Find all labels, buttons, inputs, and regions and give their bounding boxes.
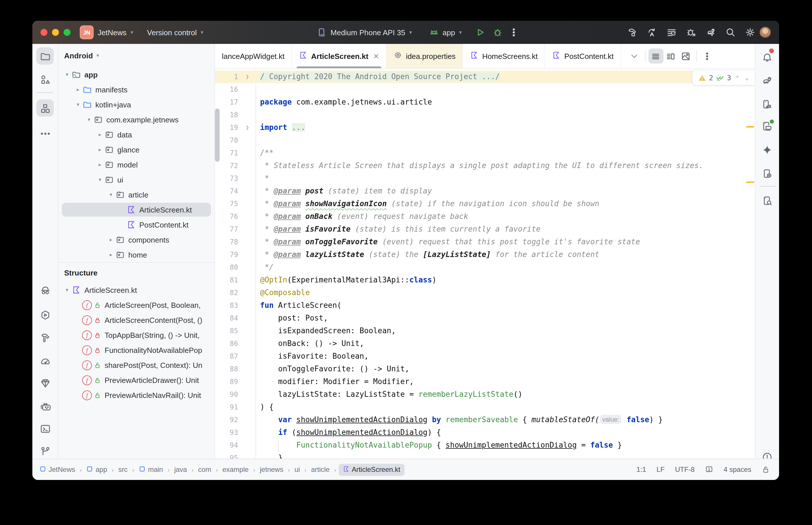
code-line-81[interactable]: 81@OptIn(ExperimentalMaterial3Api::class… (215, 274, 755, 286)
zoom-window-button[interactable] (63, 29, 71, 36)
chevron-down-icon[interactable]: ▾ (96, 177, 104, 182)
editor-tab-idea-properties[interactable]: idea.properties (387, 44, 463, 68)
code-line-85[interactable]: 85 isExpandedScreen: Boolean, (215, 325, 755, 337)
device-mirroring-icon[interactable] (758, 165, 776, 182)
chevron-down-icon[interactable]: ▾ (107, 192, 115, 197)
project-tree-item-postcontent-kt[interactable]: PostContent.kt (58, 217, 215, 232)
project-tree-item-kotlin-java[interactable]: ▾kotlin+java (58, 97, 215, 112)
project-tree-item-app[interactable]: ▾app (58, 67, 215, 82)
breadcrumb-item-example[interactable]: example (220, 464, 251, 475)
fold-expand-icon[interactable]: ❯ (243, 121, 252, 134)
code-line-86[interactable]: 86 onBack: () -> Unit, (215, 337, 755, 350)
line-ending[interactable]: LF (656, 466, 665, 474)
code-line-78[interactable]: 78 * @param onToggleFavorite (event) req… (215, 236, 755, 248)
breadcrumb-item-articlescreen-kt[interactable]: ArticleScreen.kt (338, 464, 404, 476)
code-line-80[interactable]: 80 */ (215, 261, 755, 274)
close-tab-icon[interactable]: ✕ (373, 52, 380, 60)
version-control-icon[interactable] (36, 442, 54, 460)
project-tree-item-com-example-jetnews[interactable]: ▾com.example.jetnews (58, 112, 215, 127)
code-line-83[interactable]: 83fun ArticleScreen( (215, 299, 755, 312)
code-line-93[interactable]: 93 if (showUnimplementedActionDialog) { (215, 426, 755, 439)
chevron-down-icon[interactable]: ▾ (74, 102, 82, 107)
project-tree-item-manifests[interactable]: ▸manifests (58, 82, 215, 97)
design-view-icon[interactable] (678, 48, 693, 63)
code-line-70[interactable]: 70 (215, 134, 755, 147)
breadcrumb-item-app[interactable]: app (84, 464, 109, 475)
gradle-icon[interactable] (758, 72, 776, 89)
chevron-down-icon[interactable]: ▾ (85, 117, 93, 122)
chevron-right-icon[interactable]: ▸ (107, 252, 115, 258)
chevron-down-icon[interactable]: ▾ (63, 287, 71, 293)
project-tree-item-components[interactable]: ▸components (58, 232, 215, 247)
more-tools-icon[interactable] (36, 125, 54, 142)
code-line-89[interactable]: 89 modifier: Modifier = Modifier, (215, 375, 755, 388)
code-line-75[interactable]: 75 * @param showNavigationIcon (state) i… (215, 197, 755, 210)
hidden-tabs-chevron-icon[interactable] (627, 48, 642, 63)
chevron-right-icon[interactable]: ▸ (74, 87, 82, 92)
structure-function-functionalitynotavailablepop[interactable]: fFunctionalityNotAvailablePop (58, 343, 215, 358)
code-line-73[interactable]: 73 * (215, 172, 755, 185)
profiler-icon[interactable] (36, 352, 54, 369)
structure-function-topappbar[interactable]: fTopAppBar(String, () -> Unit, (58, 328, 215, 343)
layout-inspector-icon[interactable] (758, 192, 776, 209)
chevron-right-icon[interactable]: ▸ (96, 162, 104, 167)
breadcrumb-item-com[interactable]: com (196, 464, 213, 475)
inspections-status-icon[interactable] (705, 466, 713, 474)
code-line-17[interactable]: 17package com.example.jetnews.ui.article (215, 96, 755, 109)
code-editor[interactable]: 1❯/ Copyright 2020 The Android Open Sour… (215, 68, 755, 459)
resource-manager-icon[interactable] (36, 71, 54, 88)
project-tree-item-glance[interactable]: ▸glance (58, 142, 215, 157)
code-line-72[interactable]: 72 * Stateless Article Screen that displ… (215, 160, 755, 172)
build-icon[interactable] (36, 329, 54, 346)
warning-stripe-mark[interactable] (746, 126, 754, 127)
breadcrumb-item-main[interactable]: main (136, 464, 165, 475)
split-view-icon[interactable] (663, 48, 678, 63)
gradle-sync-icon[interactable] (705, 27, 717, 38)
project-view-selector[interactable]: Android ▾ (58, 44, 215, 67)
structure-function-previewarticledrawer[interactable]: fPreviewArticleDrawer(): Unit (58, 373, 215, 388)
device-selector[interactable]: Medium Phone API 35 ▾ (316, 27, 412, 38)
project-folder-icon[interactable] (36, 47, 54, 65)
sync-apply-icon[interactable] (646, 27, 658, 38)
code-view-icon[interactable] (648, 48, 663, 63)
chevron-right-icon[interactable]: ▸ (96, 147, 104, 152)
editor-tab-postcontent-kt[interactable]: PostContent.kt (545, 44, 621, 68)
code-line-71[interactable]: 71/** (215, 147, 755, 160)
code-line-95[interactable]: 95 } (215, 452, 755, 459)
inspections-widget[interactable]: 2 3 ⌃ ⌄ (692, 70, 755, 86)
breadcrumb-item-jetnews[interactable]: jetnews (257, 464, 285, 475)
structure-icon[interactable] (36, 99, 54, 117)
breadcrumb-item-article[interactable]: article (309, 464, 332, 475)
structure-function-sharepost[interactable]: fsharePost(Post, Context): Un (58, 358, 215, 373)
code-line-77[interactable]: 77 * @param isFavorite (state) is this i… (215, 223, 755, 236)
code-line-90[interactable]: 90 lazyListState: LazyListState = rememb… (215, 388, 755, 401)
more-actions-icon[interactable] (508, 27, 520, 38)
project-tree-item-data[interactable]: ▸data (58, 127, 215, 142)
run-button[interactable] (474, 27, 486, 38)
structure-function-articlescreen[interactable]: fArticleScreen(Post, Boolean, (58, 297, 215, 313)
previous-problem-icon[interactable]: ⌃ (734, 75, 741, 80)
lock-icon[interactable] (762, 466, 770, 474)
running-devices-icon[interactable] (758, 117, 776, 135)
editor-tab-homescreens-kt[interactable]: HomeScreens.kt (463, 44, 545, 68)
indent-config[interactable]: 4 spaces (724, 466, 751, 474)
chevron-right-icon[interactable]: ▸ (96, 132, 104, 137)
project-tree-item-article[interactable]: ▾article (58, 187, 215, 202)
warning-stripe-mark[interactable] (746, 181, 754, 183)
attach-debugger-icon[interactable] (685, 27, 697, 38)
chevron-down-icon[interactable]: ▾ (63, 72, 71, 77)
code-line-88[interactable]: 88 onToggleFavorite: () -> Unit, (215, 363, 755, 375)
minimize-window-button[interactable] (52, 29, 59, 36)
run-configuration-selector[interactable]: app ▾ (428, 27, 462, 38)
user-avatar[interactable] (759, 27, 771, 38)
debug-button[interactable] (492, 27, 503, 38)
code-line-16[interactable]: 16 (215, 83, 755, 96)
search-icon[interactable] (725, 27, 736, 38)
code-line-84[interactable]: 84 post: Post, (215, 312, 755, 325)
project-tree-item-model[interactable]: ▸model (58, 157, 215, 172)
code-line-94[interactable]: 94 FunctionalityNotAvailablePopup { show… (215, 439, 755, 452)
code-line-82[interactable]: 82@Composable (215, 286, 755, 299)
gemini-icon[interactable] (758, 141, 776, 158)
code-line-18[interactable]: 18 (215, 109, 755, 121)
logcat-icon[interactable] (36, 398, 54, 415)
